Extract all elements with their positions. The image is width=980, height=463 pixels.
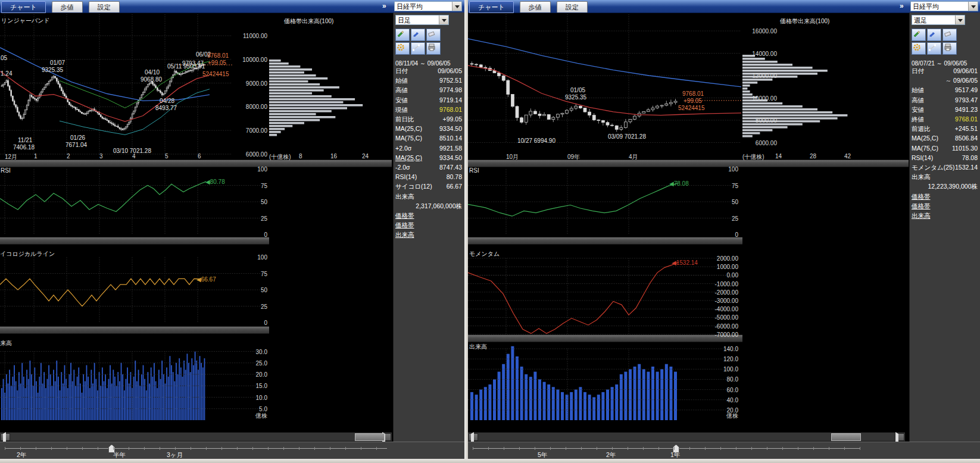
volume-profile-bars [269,60,363,136]
volume-bars [470,346,677,420]
candlesticks [470,61,677,132]
left-window-charts [0,14,363,420]
volume-profile-bars [742,55,847,137]
right-window-charts [468,14,847,420]
volume-bars [1,352,205,421]
trading-chart-app: チャート歩値設定 » 日経平均 チャート歩値設定 » 日経平均 日 [0,0,980,463]
charts-canvas [0,0,980,463]
candlesticks [1,63,205,131]
